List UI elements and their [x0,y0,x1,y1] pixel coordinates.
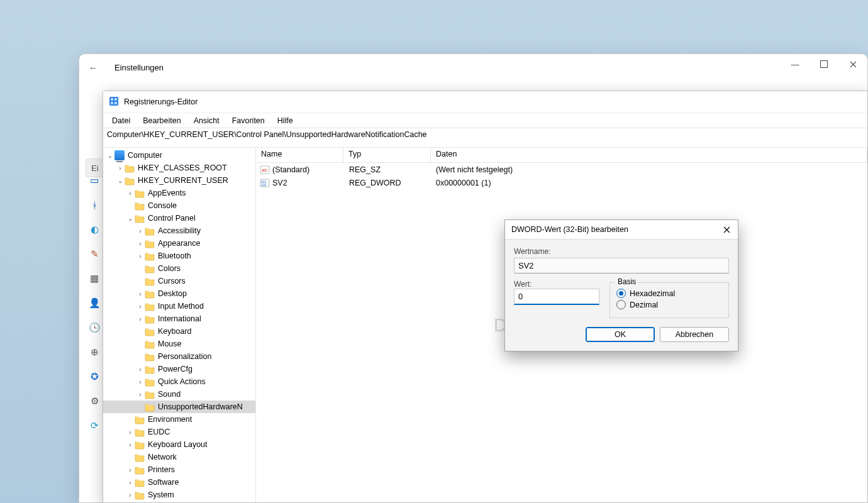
chevron-right-icon[interactable]: › [126,479,135,486]
tree-item-quick_actions[interactable]: ›Quick Actions [103,375,255,388]
folder-icon [135,452,145,462]
chevron-right-icon[interactable]: › [126,441,135,448]
tree-item-network[interactable]: ›Network [103,451,255,463]
tree-item-personalization[interactable]: ›Personalization [103,350,255,363]
tree-item-appearance[interactable]: ›Appearance [103,237,255,250]
value-row[interactable]: ab(Standard)REG_SZ(Wert nicht festgelegt… [256,163,867,176]
chevron-right-icon[interactable]: › [136,366,145,373]
address-bar[interactable]: Computer\HKEY_CURRENT_USER\Control Panel… [103,128,867,148]
chevron-right-icon[interactable]: › [126,190,135,197]
dialog-close-button[interactable] [718,223,735,236]
dialog-title: DWORD-Wert (32-Bit) bearbeiten [511,225,628,234]
sidebar-gaming-icon[interactable]: ⊕ [84,341,105,363]
tree-item-powercfg[interactable]: ›PowerCfg [103,363,255,375]
tree-item-input_method[interactable]: ›Input Method [103,300,255,312]
tree-item-cursors[interactable]: ›Cursors [103,275,255,287]
folder-icon [125,163,135,173]
chevron-down-icon[interactable]: ⌄ [106,152,114,159]
sidebar-personalization-icon[interactable]: ✎ [84,243,105,265]
value-type: REG_SZ [345,165,432,174]
tree-item-console[interactable]: ›Console [103,199,255,212]
tree-item-software[interactable]: ›Software [103,476,255,489]
col-type[interactable]: Typ [343,148,431,162]
name-field[interactable]: SV2 [514,258,729,274]
tree-item-international[interactable]: ›International [103,312,255,325]
chevron-down-icon[interactable]: ⌄ [116,177,125,184]
chevron-right-icon[interactable]: › [136,316,145,323]
sidebar-accounts-icon[interactable]: 👤 [84,292,105,314]
sidebar-privacy-icon[interactable]: ⚙ [84,390,105,412]
tree-item-control-panel[interactable]: ⌄Control Panel [103,212,255,224]
chevron-right-icon[interactable]: › [126,429,135,436]
chevron-right-icon[interactable]: › [136,240,145,247]
tree-item-unsupported-hw[interactable]: ›UnsupportedHardwareN [103,401,255,413]
sidebar-apps-icon[interactable]: ▦ [84,268,105,289]
minimize-button[interactable]: — [781,54,810,74]
back-icon[interactable]: ← [83,62,103,73]
tree-item-label: Quick Actions [158,377,206,386]
chevron-right-icon[interactable]: › [136,391,145,398]
folder-icon [135,414,145,424]
sidebar-bluetooth-icon[interactable]: ᚼ [84,194,105,216]
tree-item-desktop[interactable]: ›Desktop [103,287,255,300]
menu-favorites[interactable]: Favoriten [226,115,271,126]
chevron-right-icon[interactable]: › [126,492,135,499]
tree-item-environment[interactable]: ›Environment [103,413,255,426]
value-name: (Standard) [272,165,309,174]
cancel-button[interactable]: Abbrechen [660,327,729,342]
tree-item-computer[interactable]: ⌄Computer [103,149,255,162]
chevron-right-icon[interactable]: › [136,303,145,310]
tree-item-keyboard[interactable]: ›Keyboard [103,325,255,338]
folder-icon [145,289,155,299]
key-tree[interactable]: ⌄Computer›HKEY_CLASSES_ROOT⌄HKEY_CURRENT… [103,148,256,502]
menu-view[interactable]: Ansicht [187,115,226,126]
menu-help[interactable]: Hilfe [271,115,299,126]
chevron-right-icon[interactable]: › [136,228,145,235]
folder-icon [145,238,155,248]
sidebar-update-icon[interactable]: ⟳ [84,415,105,436]
chevron-right-icon[interactable]: › [136,253,145,260]
chevron-right-icon[interactable]: › [116,165,125,172]
tree-item-sound[interactable]: ›Sound [103,388,255,401]
sidebar-network-icon[interactable]: ◐ [84,219,105,240]
chevron-down-icon[interactable]: ⌄ [126,215,135,222]
value-field[interactable] [514,289,599,305]
tree-item-system[interactable]: ›System [103,489,255,501]
tree-item-mouse[interactable]: ›Mouse [103,338,255,350]
tree-item-accessibility[interactable]: ›Accessibility [103,224,255,237]
tree-item-label: Network [148,453,177,462]
svg-rect-1 [111,98,113,101]
sidebar-accessibility-icon[interactable]: ✪ [84,366,105,387]
radio-hexadecimal[interactable]: Hexadezimal [616,289,722,298]
chevron-right-icon[interactable]: › [126,467,135,473]
value-listview[interactable]: Name Typ Daten ab(Standard)REG_SZ(Wert n… [256,148,867,502]
tree-item-hkcu[interactable]: ⌄HKEY_CURRENT_USER [103,174,255,187]
menu-edit[interactable]: Bearbeiten [136,115,187,126]
chevron-right-icon[interactable]: › [136,379,145,385]
tree-item-colors[interactable]: ›Colors [103,262,255,275]
menu-file[interactable]: Datei [106,115,136,126]
folder-icon [145,263,155,274]
chevron-right-icon[interactable]: › [136,290,145,297]
value-row[interactable]: 011110SV2REG_DWORD0x00000001 (1) [256,176,867,189]
col-data[interactable]: Daten [431,148,867,162]
basis-legend: Basis [615,277,638,286]
tree-item-eudc[interactable]: ›EUDC [103,426,255,438]
sidebar-system-icon[interactable]: ▭ [84,170,105,191]
maximize-button[interactable] [810,54,838,74]
ok-button[interactable]: OK [586,327,655,342]
tree-item-keyboard-layout[interactable]: ›Keyboard Layout [103,438,255,451]
tree-item-label: Keyboard Layout [148,440,208,449]
tree-item-bluetooth[interactable]: ›Bluetooth [103,250,255,262]
col-name[interactable]: Name [256,148,343,162]
tree-item-printers[interactable]: ›Printers [103,463,255,476]
close-button[interactable] [838,54,867,74]
tree-item-appevents[interactable]: ›AppEvents [103,187,255,199]
radio-decimal[interactable]: Dezimal [616,300,722,309]
sidebar-time-icon[interactable]: 🕓 [84,317,105,338]
tree-item-label: Software [148,478,179,487]
folder-icon [135,213,145,223]
tree-item-hkcr[interactable]: ›HKEY_CLASSES_ROOT [103,162,255,174]
tree-item-label: System [148,490,174,499]
edit-dword-dialog: DWORD-Wert (32-Bit) bearbeiten Wertname:… [504,219,738,351]
